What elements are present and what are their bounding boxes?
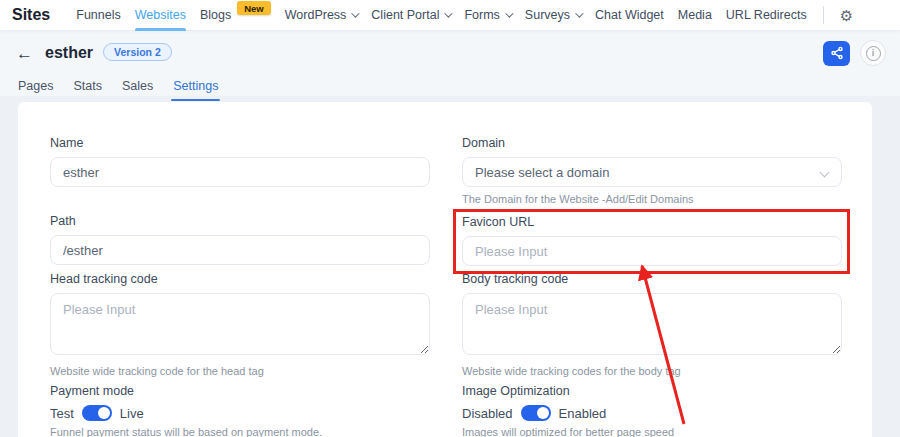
nav-item-funnels[interactable]: Funnels [76,0,120,31]
nav-item-surveys[interactable]: Surveys [525,0,581,31]
tab-pages[interactable]: Pages [16,75,55,101]
nav-item-label: Blogs [200,8,231,22]
nav-item-label: Forms [464,8,499,22]
body-tracking-group: Body tracking code Website wide tracking… [462,272,842,374]
tab-stats[interactable]: Stats [71,75,104,101]
chevron-down-icon [445,9,453,17]
domain-field-group: Domain Please select a domain The Domain… [462,136,842,208]
page-title: esther [45,44,93,62]
favicon-field-group: Favicon URL [462,215,842,267]
path-label: Path [50,214,430,228]
name-input[interactable] [50,157,430,187]
nav-item-label: Websites [135,8,186,22]
domain-helper: The Domain for the Website -Add/Edit Dom… [462,193,842,205]
nav-item-label: Media [678,8,712,22]
top-navbar: Sites Funnels Websites Blogs New WordPre… [0,0,900,31]
body-tracking-textarea[interactable] [462,293,842,355]
head-tracking-label: Head tracking code [50,272,430,286]
image-optimization-label: Image Optimization [462,384,842,398]
settings-right-column: Domain Please select a domain The Domain… [462,136,842,437]
chevron-down-icon [820,168,830,178]
domain-select[interactable]: Please select a domain [462,157,842,187]
name-field-group: Name [50,136,430,188]
head-tracking-textarea[interactable] [50,293,430,355]
path-input[interactable] [50,235,430,265]
version-badge: Version 2 [103,43,172,61]
tab-bar: Pages Stats Sales Settings [14,75,886,101]
nav-item-label: WordPress [285,8,347,22]
app-title: Sites [12,6,50,24]
image-optimization-on-label: Enabled [559,406,607,421]
payment-mode-off-label: Test [50,406,74,421]
head-tracking-group: Head tracking code Website wide tracking… [50,272,430,374]
payment-mode-toggle[interactable] [82,405,112,421]
nav-item-chat-widget[interactable]: Chat Widget [595,0,664,31]
nav-item-wordpress[interactable]: WordPress [285,0,358,31]
favicon-label: Favicon URL [462,215,842,229]
head-tracking-helper: Website wide tracking code for the head … [50,365,430,377]
image-optimization-toggle[interactable] [521,405,551,421]
toggle-knob [537,407,549,419]
back-arrow-icon[interactable]: ← [14,45,35,62]
page-header: ← esther Version 2 i Pages Stats Sales S… [0,31,900,96]
chevron-down-icon [505,9,513,17]
nav-item-label: Chat Widget [595,8,664,22]
domain-label: Domain [462,136,842,150]
gear-icon[interactable]: ⚙ [840,8,853,23]
chevron-down-icon [352,9,360,17]
tab-settings[interactable]: Settings [171,75,220,101]
favicon-input[interactable] [462,236,842,266]
settings-card: Name Path Head tracking code Website wid… [18,102,872,437]
name-label: Name [50,136,430,150]
divider [823,6,824,24]
nav-item-media[interactable]: Media [678,0,712,31]
payment-mode-helper: Funnel payment status will be based on p… [50,426,430,437]
payment-mode-label: Payment mode [50,384,430,398]
nav-item-label: Surveys [525,8,570,22]
nav-item-label: URL Redirects [726,8,807,22]
tab-sales[interactable]: Sales [120,75,155,101]
nav-item-forms[interactable]: Forms [464,0,510,31]
nav-item-websites[interactable]: Websites [135,0,186,31]
nav-item-label: Client Portal [371,8,439,22]
body-tracking-label: Body tracking code [462,272,842,286]
domain-select-placeholder: Please select a domain [475,165,609,180]
share-icon [830,46,844,60]
nav-item-url-redirects[interactable]: URL Redirects [726,0,807,31]
image-optimization-group: Image Optimization Disabled Enabled Imag… [462,384,842,437]
path-field-group: Path [50,214,430,266]
toggle-knob [98,407,110,419]
nav-item-blogs[interactable]: Blogs New [200,0,271,31]
image-optimization-helper: Images will optimized for better page sp… [462,426,842,437]
nav-item-client-portal[interactable]: Client Portal [371,0,450,31]
nav-item-label: Funnels [76,8,120,22]
settings-left-column: Name Path Head tracking code Website wid… [50,136,430,437]
new-badge: New [237,1,271,15]
info-button[interactable]: i [860,40,886,66]
info-icon: i [866,46,881,61]
chevron-down-icon [575,9,583,17]
payment-mode-group: Payment mode Test Live Funnel payment st… [50,384,430,437]
image-optimization-off-label: Disabled [462,406,513,421]
payment-mode-on-label: Live [120,406,144,421]
share-button[interactable] [823,41,850,66]
body-tracking-helper: Website wide tracking codes for the body… [462,365,842,377]
